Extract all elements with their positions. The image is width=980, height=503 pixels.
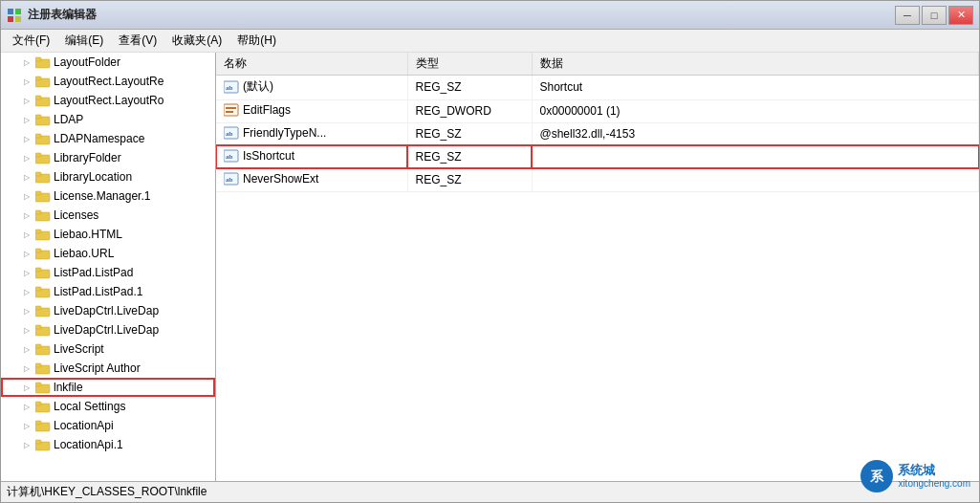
expand-icon[interactable]: ▷ [20,285,33,298]
tree-item[interactable]: ▷ LiveDapCtrl.LiveDap [1,301,215,320]
tree-item[interactable]: ▷ LibraryFolder [1,148,215,167]
svg-text:ab: ab [226,176,233,184]
table-row[interactable]: ab FriendlyTypeN...REG_SZ@shell32.dll,-4… [216,122,979,145]
reg-entry-name: ab NeverShowExt [216,168,407,191]
expand-icon[interactable]: ▷ [20,170,33,184]
menu-view[interactable]: 查看(V) [111,31,164,51]
watermark-url: xitongcheng.com [898,478,970,490]
folder-icon [35,266,51,279]
tree-item-label: LiveDapCtrl.LiveDap [54,323,159,337]
svg-rect-30 [35,210,41,214]
dword-icon [224,103,239,117]
tree-item[interactable]: ▷ ListPad.ListPad [1,263,215,282]
ab-icon: ab [224,149,239,163]
reg-name-text: FriendlyTypeN... [243,126,326,140]
svg-rect-57 [35,383,41,386]
folder-icon [35,323,51,337]
expand-icon[interactable]: ▷ [20,419,33,432]
svg-rect-0 [8,9,13,14]
registry-values-panel: 名称 类型 数据 ab (默认)REG_SZShortcut EditFlags… [216,53,979,481]
tree-item[interactable]: ▷ LayoutRect.LayoutRe [1,72,215,91]
reg-entry-name: ab (默认) [216,76,407,100]
tree-item[interactable]: ▷ LiveDapCtrl.LiveDap [1,320,215,339]
tree-item[interactable]: ▷ Licenses [1,206,215,225]
expand-icon[interactable]: ▷ [20,132,33,145]
tree-item[interactable]: ▷ LDAPNamespace [1,129,215,148]
tree-item[interactable]: ▷ LocationApi.1 [1,435,215,454]
reg-entry-name: ab IsShortcut [216,145,407,168]
tree-item[interactable]: ▷ License.Manager.1 [1,186,215,206]
reg-name-text: (默认) [243,78,273,95]
expand-icon[interactable]: ▷ [20,438,33,451]
expand-icon[interactable]: ▷ [20,189,33,203]
reg-type-icon: EditFlags [224,103,291,117]
reg-entry-name: EditFlags [216,99,407,122]
menu-file[interactable]: 文件(F) [5,31,57,51]
tree-item[interactable]: ▷ LocationApi [1,416,215,435]
registry-tree[interactable]: ▷ LayoutFolder▷ LayoutRect.LayoutRe▷ Lay… [1,53,216,481]
tree-item-label: Liebao.HTML [54,228,122,241]
reg-entry-data: Shortcut [532,76,979,100]
svg-rect-60 [35,402,41,405]
expand-icon[interactable]: ▷ [20,208,33,222]
expand-icon[interactable]: ▷ [20,381,33,394]
expand-icon[interactable]: ▷ [20,55,33,69]
expand-icon[interactable]: ▷ [20,113,33,126]
tree-item[interactable]: ▷ LayoutFolder [1,53,215,72]
expand-icon[interactable]: ▷ [20,247,33,260]
tree-item[interactable]: ▷ ListPad.ListPad.1 [1,282,215,301]
minimize-button[interactable]: ─ [895,6,920,25]
tree-item[interactable]: ▷ LDAP [1,110,215,129]
reg-entry-type: REG_SZ [407,122,532,145]
col-header-data: 数据 [532,53,979,76]
svg-rect-24 [35,172,41,176]
tree-item-label: LiveScript [54,342,104,356]
menu-favorites[interactable]: 收藏夹(A) [164,31,229,51]
close-button[interactable]: ✕ [948,6,973,25]
expand-icon[interactable]: ▷ [20,400,33,413]
tree-item-label: Local Settings [54,400,125,413]
svg-rect-66 [35,440,41,444]
folder-icon [35,285,51,298]
tree-item[interactable]: ▷ LiveScript [1,339,215,359]
folder-icon [35,247,51,260]
expand-icon[interactable]: ▷ [20,266,33,279]
svg-rect-21 [35,153,41,157]
reg-type-icon: ab (默认) [224,78,273,95]
expand-icon[interactable]: ▷ [20,94,33,107]
svg-rect-70 [226,107,236,109]
expand-icon[interactable]: ▷ [20,228,33,241]
tree-item[interactable]: ▷ LayoutRect.LayoutRo [1,91,215,110]
expand-icon[interactable]: ▷ [20,342,33,356]
expand-icon[interactable]: ▷ [20,304,33,317]
tree-item[interactable]: ▷ lnkfile [1,378,215,397]
expand-icon[interactable]: ▷ [20,75,33,88]
tree-item[interactable]: ▷ Liebao.URL [1,244,215,263]
tree-item-label: LayoutRect.LayoutRe [54,75,163,88]
expand-icon[interactable]: ▷ [20,361,33,375]
table-row[interactable]: EditFlagsREG_DWORD0x00000001 (1) [216,99,979,122]
expand-icon[interactable]: ▷ [20,323,33,337]
table-row[interactable]: ab NeverShowExtREG_SZ [216,168,979,191]
menu-edit[interactable]: 编辑(E) [57,31,111,51]
reg-entry-type: REG_SZ [407,76,532,100]
maximize-button[interactable]: □ [922,6,947,25]
expand-icon[interactable]: ▷ [20,151,33,164]
menu-help[interactable]: 帮助(H) [229,31,284,51]
tree-item[interactable]: ▷ LiveScript Author [1,359,215,378]
watermark-name: 系统城 [898,463,970,478]
folder-icon [35,170,51,184]
reg-type-icon: ab IsShortcut [224,149,294,163]
reg-name-text: EditFlags [243,103,291,117]
title-bar: 注册表编辑器 ─ □ ✕ [1,1,979,30]
tree-item[interactable]: ▷ LibraryLocation [1,167,215,186]
folder-icon [35,208,51,222]
svg-text:系: 系 [870,469,884,484]
tree-item[interactable]: ▷ Local Settings [1,397,215,416]
tree-item[interactable]: ▷ Liebao.HTML [1,225,215,244]
table-row[interactable]: ab (默认)REG_SZShortcut [216,76,979,100]
reg-entry-type: REG_SZ [407,145,532,168]
svg-rect-1 [15,9,21,14]
table-row[interactable]: ab IsShortcutREG_SZ [216,145,979,168]
registry-editor-window: 注册表编辑器 ─ □ ✕ 文件(F) 编辑(E) 查看(V) 收藏夹(A) 帮助… [0,0,980,503]
